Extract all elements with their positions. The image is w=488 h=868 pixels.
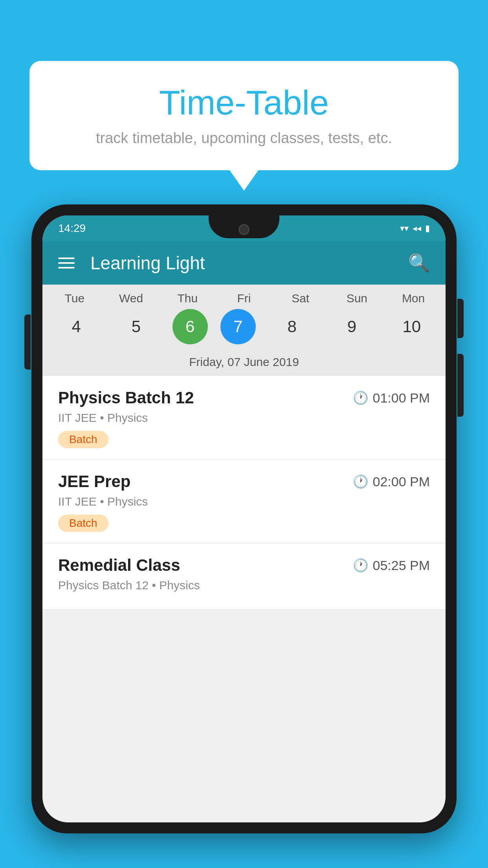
schedule-item-1-time-text: 01:00 PM (372, 390, 430, 406)
phone-power-button (457, 299, 464, 338)
day-numbers: 4 5 6 7 8 9 10 (42, 309, 446, 344)
day-10[interactable]: 10 (388, 309, 435, 344)
battery-icon: ▮ (425, 223, 430, 234)
schedule-item-3-time: 🕐 05:25 PM (353, 558, 430, 573)
schedule-item-3[interactable]: Remedial Class 🕐 05:25 PM Physics Batch … (42, 543, 446, 610)
schedule-item-1-subtitle: IIT JEE • Physics (58, 411, 430, 425)
app-bar: Learning Light 🔍 (42, 241, 446, 285)
schedule-item-2-title: JEE Prep (58, 472, 130, 491)
app-feature-title: Time-Table (53, 83, 435, 123)
speech-bubble-card: Time-Table track timetable, upcoming cla… (29, 61, 459, 170)
phone-body: 14:29 ▾▾ ◂◂ ▮ Learning Light 🔍 (31, 204, 457, 833)
phone-volume-button (457, 354, 464, 417)
schedule-item-3-header: Remedial Class 🕐 05:25 PM (58, 556, 430, 575)
day-header-wed: Wed (108, 292, 155, 305)
search-icon[interactable]: 🔍 (408, 253, 430, 273)
schedule-item-1[interactable]: Physics Batch 12 🕐 01:00 PM IIT JEE • Ph… (42, 376, 446, 460)
selected-date-label: Friday, 07 June 2019 (42, 351, 446, 376)
day-9[interactable]: 9 (328, 309, 376, 344)
schedule-item-3-subtitle: Physics Batch 12 • Physics (58, 579, 430, 592)
clock-icon-1: 🕐 (353, 390, 369, 405)
schedule-item-2-time-text: 02:00 PM (372, 474, 430, 489)
schedule-item-1-header: Physics Batch 12 🕐 01:00 PM (58, 388, 430, 407)
wifi-icon: ▾▾ (400, 223, 409, 234)
day-7-selected[interactable]: 7 (220, 309, 256, 344)
day-8[interactable]: 8 (268, 309, 316, 344)
day-header-sun: Sun (333, 292, 380, 305)
day-header-sat: Sat (277, 292, 324, 305)
day-4[interactable]: 4 (53, 309, 100, 344)
clock-icon-3: 🕐 (353, 558, 369, 573)
day-header-tue: Tue (51, 292, 98, 305)
day-header-fri: Fri (220, 292, 268, 305)
schedule-item-2[interactable]: JEE Prep 🕐 02:00 PM IIT JEE • Physics Ba… (42, 460, 446, 543)
schedule-item-2-time: 🕐 02:00 PM (353, 474, 430, 489)
app-feature-subtitle: track timetable, upcoming classes, tests… (53, 130, 435, 147)
schedule-item-1-time: 🕐 01:00 PM (353, 390, 430, 406)
menu-icon[interactable] (58, 257, 75, 268)
day-header-mon: Mon (390, 292, 437, 305)
status-icons: ▾▾ ◂◂ ▮ (400, 223, 430, 234)
schedule-item-2-header: JEE Prep 🕐 02:00 PM (58, 472, 430, 491)
schedule-item-2-subtitle: IIT JEE • Physics (58, 495, 430, 508)
phone-notch (209, 215, 279, 238)
calendar-strip[interactable]: Tue Wed Thu Fri Sat Sun Mon 4 5 6 7 8 9 … (42, 285, 446, 376)
front-camera (238, 224, 250, 235)
status-time: 14:29 (58, 222, 86, 235)
app-title: Learning Light (90, 252, 396, 274)
signal-icon: ◂◂ (413, 223, 421, 234)
clock-icon-2: 🕐 (353, 474, 369, 489)
schedule-item-1-title: Physics Batch 12 (58, 388, 194, 407)
schedule-item-1-tag: Batch (58, 431, 108, 448)
day-headers: Tue Wed Thu Fri Sat Sun Mon (42, 292, 446, 305)
day-header-thu: Thu (164, 292, 211, 305)
phone-screen: 14:29 ▾▾ ◂◂ ▮ Learning Light 🔍 (42, 215, 446, 822)
phone-mockup: 14:29 ▾▾ ◂◂ ▮ Learning Light 🔍 (31, 204, 457, 868)
day-5[interactable]: 5 (112, 309, 160, 344)
schedule-item-3-time-text: 05:25 PM (372, 558, 430, 573)
schedule-item-3-title: Remedial Class (58, 556, 180, 575)
day-6-today[interactable]: 6 (172, 309, 208, 344)
schedule-item-2-tag: Batch (58, 515, 108, 532)
schedule-list: Physics Batch 12 🕐 01:00 PM IIT JEE • Ph… (42, 376, 446, 610)
